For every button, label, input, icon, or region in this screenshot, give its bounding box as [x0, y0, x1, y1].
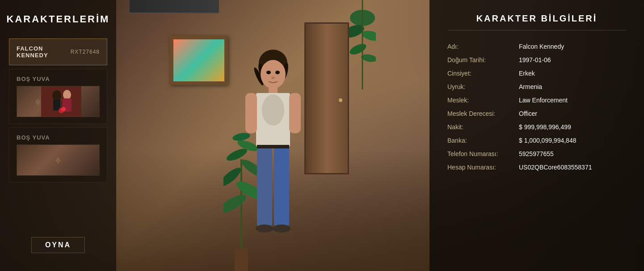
info-row-3: Uyruk: Armenia	[447, 83, 626, 90]
info-row-1: Doğum Tarihi: 1997-01-06	[447, 56, 626, 64]
svg-rect-31	[274, 146, 289, 226]
svg-point-33	[273, 224, 290, 233]
info-row-7: Banka: $ 1,000,099,994,848	[447, 137, 626, 144]
value-uyruk: Armenia	[519, 83, 626, 90]
character-slot-falcon[interactable]: FALCON KENNEDY RXT27648	[9, 38, 107, 65]
label-hesap: Hesap Numarası:	[447, 164, 519, 171]
value-meslek-derecesi: Officer	[519, 110, 626, 117]
svg-rect-29	[289, 93, 301, 133]
info-row-2: Cinsiyet: Erkek	[447, 70, 626, 77]
label-dogum: Doğum Tarihi:	[447, 56, 519, 64]
character-figure	[224, 38, 322, 271]
svg-point-32	[256, 224, 274, 233]
svg-point-39	[63, 90, 71, 100]
character-name: FALCON KENNEDY	[17, 45, 71, 59]
play-button[interactable]: OYNA	[31, 237, 85, 253]
slot-2-photo	[17, 144, 100, 176]
character-id: RXT27648	[71, 49, 100, 55]
slot-1-photo	[17, 86, 100, 117]
svg-point-23	[275, 71, 280, 74]
info-row-8: Telefon Numarası: 5925977655	[447, 150, 626, 157]
label-banka: Banka:	[447, 137, 519, 144]
right-panel: KARAKTER BİLGİLERİ Adı: Falcon Kennedy D…	[429, 0, 644, 271]
info-panel-title: KARAKTER BİLGİLERİ	[447, 13, 626, 30]
value-adi: Falcon Kennedy	[519, 43, 626, 50]
empty-slot-2[interactable]: BOŞ YUVA	[9, 127, 107, 182]
panel-title: KARAKTERLERİM	[7, 13, 110, 25]
info-row-0: Adı: Falcon Kennedy	[447, 43, 626, 50]
left-panel: KARAKTERLERİM FALCON KENNEDY RXT27648 BO…	[0, 0, 116, 271]
svg-rect-34	[257, 145, 289, 148]
svg-point-27	[262, 94, 284, 126]
info-row-6: Nakit: $ 999,998,996,499	[447, 123, 626, 131]
info-row-4: Meslek: Law Enforcement	[447, 97, 626, 104]
value-nakit: $ 999,998,996,499	[519, 123, 626, 131]
character-display-area	[116, 0, 429, 271]
label-cinsiyet: Cinsiyet:	[447, 70, 519, 77]
empty-slot-1[interactable]: BOŞ YUVA	[9, 69, 107, 124]
label-meslek: Meslek:	[447, 97, 519, 104]
value-meslek: Law Enforcement	[519, 97, 626, 104]
label-adi: Adı:	[447, 43, 519, 50]
value-cinsiyet: Erkek	[519, 70, 626, 77]
svg-point-21	[261, 60, 286, 89]
slot-2-photo-inner	[17, 145, 99, 175]
value-dogum: 1997-01-06	[519, 56, 626, 64]
value-telefon: 5925977655	[519, 150, 626, 157]
label-meslek-derecesi: Meslek Derecesi:	[447, 110, 519, 117]
label-nakit: Nakit:	[447, 123, 519, 131]
info-row-5: Meslek Derecesi: Officer	[447, 110, 626, 117]
slot-1-photo-inner	[17, 86, 99, 117]
label-telefon: Telefon Numarası:	[447, 150, 519, 157]
svg-rect-30	[257, 146, 272, 226]
empty-slot-2-label: BOŞ YUVA	[17, 134, 100, 141]
value-banka: $ 1,000,099,994,848	[519, 137, 626, 144]
value-hesap: US02QBCore6083558371	[519, 164, 626, 171]
svg-point-22	[266, 71, 271, 74]
svg-rect-28	[245, 93, 257, 133]
label-uyruk: Uyruk:	[447, 83, 519, 90]
svg-point-42	[61, 107, 66, 111]
empty-slot-1-label: BOŞ YUVA	[17, 76, 100, 82]
info-row-9: Hesap Numarası: US02QBCore6083558371	[447, 164, 626, 171]
svg-point-24	[271, 76, 275, 79]
